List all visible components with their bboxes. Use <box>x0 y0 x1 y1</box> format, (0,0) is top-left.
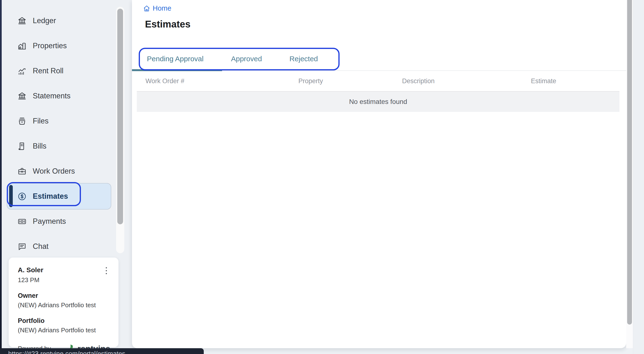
column-header-estimate[interactable]: Estimate <box>468 77 620 85</box>
main-scrollbar-thumb[interactable] <box>627 0 632 324</box>
sidebar-item-estimates[interactable]: Estimates <box>7 183 111 210</box>
portfolio-label: Portfolio <box>18 317 110 324</box>
portfolio-value: (NEW) Adrians Portfolio test <box>18 326 110 334</box>
status-url-bar: https://#23.rentvine.com/portal/estimate… <box>0 348 204 354</box>
status-url-text: https://#23.rentvine.com/portal/estimate… <box>8 350 204 354</box>
chat-bubble-icon <box>18 242 26 251</box>
banknote-icon <box>18 217 26 226</box>
bank-icon <box>18 92 26 101</box>
chart-icon <box>18 67 26 75</box>
kebab-menu-icon[interactable] <box>102 266 110 276</box>
bank-icon <box>18 16 26 25</box>
briefcase-icon <box>18 167 26 176</box>
sidebar-item-payments[interactable]: Payments <box>2 209 132 234</box>
column-header-work-order[interactable]: Work Order # <box>137 77 252 85</box>
user-info-card: A. Soler 123 PM Owner (NEW) Adrians Port… <box>9 258 118 347</box>
archive-icon <box>18 117 26 126</box>
tab-rejected[interactable]: Rejected <box>290 55 318 63</box>
sidebar-item-label: Estimates <box>33 192 68 201</box>
sidebar-item-label: Files <box>33 117 48 125</box>
tab-approved[interactable]: Approved <box>231 55 262 63</box>
main-panel: Home Estimates Pending Approval Approved… <box>132 0 626 348</box>
tab-pending-approval[interactable]: Pending Approval <box>147 55 204 63</box>
breadcrumb[interactable]: Home <box>143 4 171 12</box>
screen-left-edge <box>0 0 2 354</box>
sidebar-item-label: Chat <box>33 242 48 251</box>
owner-label: Owner <box>18 292 110 299</box>
sidebar-item-chat[interactable]: Chat <box>2 234 132 259</box>
sidebar-item-label: Bills <box>33 142 46 150</box>
sidebar-item-label: Ledger <box>33 16 56 25</box>
house-building-icon <box>18 42 26 50</box>
page-title: Estimates <box>145 19 190 30</box>
column-header-description[interactable]: Description <box>369 77 468 85</box>
estimates-table: Work Order # Property Description Estima… <box>137 71 620 112</box>
empty-state-message: No estimates found <box>349 98 407 106</box>
sidebar-item-files[interactable]: Files <box>2 108 132 134</box>
sidebar-item-properties[interactable]: Properties <box>2 33 132 58</box>
user-name: A. Soler <box>18 266 43 274</box>
breadcrumb-home-link[interactable]: Home <box>153 4 171 12</box>
right-gutter <box>633 0 644 354</box>
sidebar-item-label: Payments <box>33 217 66 226</box>
sidebar-item-label: Properties <box>33 42 67 50</box>
sidebar-item-label: Rent Roll <box>33 67 64 75</box>
empty-state-row: No estimates found <box>137 91 620 112</box>
table-header-row: Work Order # Property Description Estima… <box>137 71 620 91</box>
dollar-circle-icon <box>18 192 26 201</box>
sidebar-scrollbar-track[interactable] <box>116 7 124 253</box>
sidebar-item-rent-roll[interactable]: Rent Roll <box>2 58 132 83</box>
user-time: 123 PM <box>18 276 43 284</box>
sidebar-scrollbar-thumb[interactable] <box>117 9 123 224</box>
tabs-bar: Pending Approval Approved Rejected <box>132 47 626 71</box>
selected-indicator-bar <box>9 185 13 207</box>
sidebar-item-label: Statements <box>33 92 70 100</box>
sidebar-item-bills[interactable]: Bills <box>2 134 132 159</box>
column-header-property[interactable]: Property <box>252 77 369 85</box>
sidebar-item-statements[interactable]: Statements <box>2 83 132 108</box>
sidebar: Ledger Properties Rent Roll Statements F… <box>2 0 132 354</box>
sidebar-item-work-orders[interactable]: Work Orders <box>2 159 132 184</box>
owner-value: (NEW) Adrians Portfolio test <box>18 301 110 309</box>
home-icon <box>143 5 150 12</box>
sidebar-nav: Ledger Properties Rent Roll Statements F… <box>2 8 132 259</box>
receipt-icon <box>18 142 26 151</box>
sidebar-item-label: Work Orders <box>33 167 75 175</box>
sidebar-item-ledger[interactable]: Ledger <box>2 8 132 33</box>
